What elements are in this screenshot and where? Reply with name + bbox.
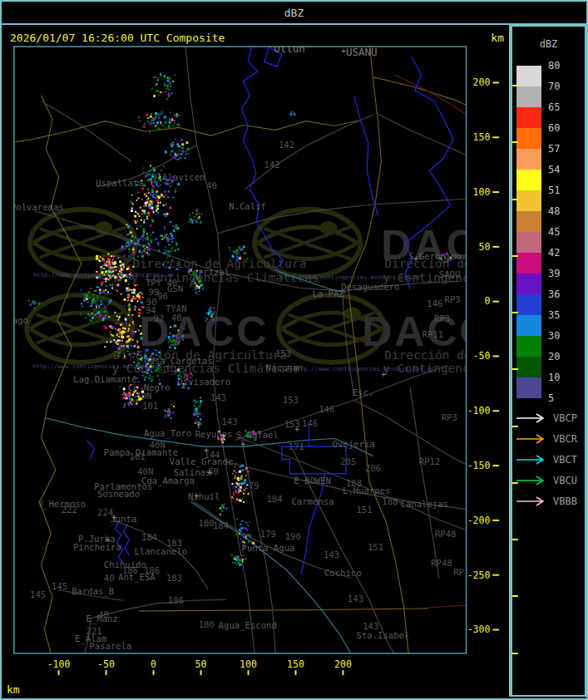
x-tick-label: -50 (97, 658, 115, 670)
map-canvas[interactable]: DACCDACCDACCDirección de Agriculturay Co… (2, 25, 509, 697)
map-label: Canalejas (401, 499, 448, 509)
y-tick-label: 200 (473, 76, 491, 88)
map-label: 151 (368, 542, 383, 552)
map-line-brown (373, 77, 467, 106)
y-tick-label: 0 (485, 296, 491, 308)
x-tick (153, 670, 155, 675)
vbcu-arrow-icon (516, 476, 549, 486)
map-line-red (427, 605, 466, 608)
map-label: 40 (104, 573, 115, 583)
map-line-gray (42, 101, 131, 161)
vbct-arrow-icon (516, 455, 549, 465)
map-label: Carmensa (291, 496, 334, 506)
map-label: 146 (319, 404, 334, 414)
y-tick-label: -200 (467, 515, 491, 526)
map-plot: DACCDACCDACCDirección de Agriculturay Co… (11, 42, 509, 653)
map-line-brown (14, 121, 360, 142)
x-tick (200, 670, 202, 675)
map-label: Sosneado (97, 489, 140, 499)
scale-value-label: 57 (548, 143, 573, 155)
y-tick-label: 50 (479, 241, 491, 253)
scale-value-label: 30 (548, 330, 573, 342)
map-line-gray (245, 115, 373, 190)
scale-block-36 (516, 294, 541, 315)
map-label: 40N (150, 440, 166, 450)
station-marker: + (294, 425, 299, 434)
vector-legend-row: VBBB (516, 495, 549, 507)
map-label: Ullun (274, 42, 305, 55)
scale-value-label: 42 (548, 247, 573, 259)
map-label: 180 (199, 518, 215, 528)
dacc-logo-eye (30, 210, 136, 277)
map-label: Ant_ESA (118, 572, 156, 583)
scale-block-20 (516, 357, 541, 377)
y-tick (492, 136, 499, 138)
map-label: GSN (167, 283, 183, 293)
map-line-gray (410, 387, 439, 578)
vector-legend-label: VBCU (553, 476, 577, 486)
y-tick-label: -100 (467, 405, 491, 417)
vector-legend-label: VBCT (553, 455, 577, 466)
map-label: Ovejeria (333, 439, 375, 449)
map-label: USANU (346, 46, 378, 58)
map-label: 101 (130, 451, 146, 461)
title-bar: dBZ (2, 2, 586, 25)
scale-block-57 (516, 149, 541, 170)
x-tick-label: 100 (240, 658, 257, 670)
vbcp-arrow-icon (516, 413, 549, 423)
map-label: Valle_Grande (170, 456, 234, 467)
map-label: 146 (302, 418, 318, 428)
map-label: Cochico (324, 568, 362, 578)
x-tick (343, 670, 344, 675)
map-label: 92 (154, 313, 165, 323)
map-label: 222 (62, 505, 77, 515)
x-tick-label: 50 (195, 658, 207, 670)
dacc-watermark: DACCDACCDACCDirección de Agriculturay Co… (27, 210, 509, 376)
map-label: 40N (137, 466, 153, 476)
map-label: RP12 (419, 456, 441, 466)
scale-value-label: 51 (548, 185, 573, 196)
y-tick-label: 100 (473, 186, 491, 198)
map-line-gray (376, 113, 466, 155)
map-label: 40 (171, 313, 182, 323)
sidebar-axis-tick (512, 199, 518, 200)
station-marker: + (204, 446, 209, 455)
y-tick (492, 520, 499, 521)
map-label: SAOU (439, 269, 461, 279)
sidebar-axis-tick (512, 368, 518, 370)
scale-value-label: 80 (548, 60, 573, 71)
x-tick-label: 0 (151, 658, 156, 670)
sidebar-axis-tick (512, 595, 518, 597)
map-label: RP (453, 567, 464, 577)
map-label: 101 (142, 401, 158, 411)
map-line-blue (354, 96, 378, 216)
y-tick (492, 465, 499, 466)
radar-app-window: dBZ DACCDACCDACCDirección de Agricultura… (0, 0, 588, 700)
map-label: 40 (98, 610, 109, 620)
map-label: 143 (222, 417, 238, 426)
map-label: RP3 (445, 294, 461, 304)
scale-block-45 (516, 232, 541, 253)
y-tick (492, 246, 499, 248)
x-tick (295, 670, 297, 675)
map-label: 143 (348, 594, 363, 604)
map-label: 180 (199, 619, 215, 629)
map-label: RP3 (442, 412, 457, 422)
scale-sidebar: dBZ 807065605754514845423936353020105 VB… (511, 25, 586, 697)
vector-legend-row: VBCU (516, 475, 549, 486)
station-marker: + (413, 254, 418, 264)
window-title: dBZ (284, 7, 304, 19)
scale-value-label: 39 (548, 268, 573, 279)
map-label: Agua_Toro (144, 428, 191, 439)
scale-block-48 (516, 211, 541, 232)
map-label: Lag.Diamante (73, 374, 137, 384)
map-label: RP3 (434, 313, 450, 323)
x-tick (58, 670, 60, 675)
y-tick-label: -250 (467, 569, 491, 581)
map-label: Desaguadero (341, 282, 399, 292)
watermark-url: http://www.contingencias.mendoza.gov.ar (293, 365, 434, 372)
scale-value-label: 20 (548, 351, 573, 362)
y-tick (492, 410, 499, 412)
vector-legend-label: VBCP (553, 413, 577, 424)
map-label: 190 (285, 531, 301, 541)
